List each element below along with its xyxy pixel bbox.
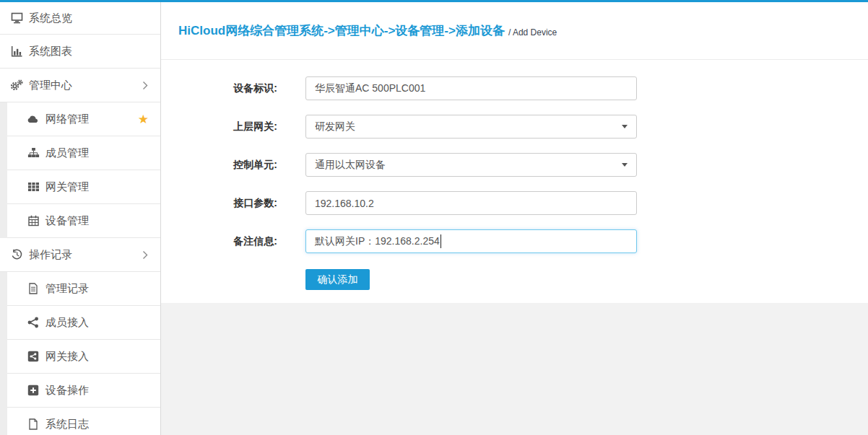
sidebar-item-label: 管理中心: [29, 79, 72, 92]
plus-square-icon: [27, 385, 40, 397]
form-row-control-unit: 控制单元: 通用以太网设备: [161, 153, 868, 177]
chevron-down-icon: [622, 125, 628, 128]
control-unit-field: 通用以太网设备: [305, 153, 637, 177]
sidebar-item-member-management[interactable]: 成员管理: [0, 136, 160, 170]
device-id-input[interactable]: [305, 76, 637, 100]
history-icon: [10, 249, 23, 261]
form-row-remark: 备注信息: 默认网关IP：192.168.2.254: [161, 229, 868, 253]
sidebar-item-system-logs[interactable]: 系统日志: [0, 408, 160, 435]
sidebar: 系统总览 系统图表 管理中心 网络管理 ★: [0, 2, 161, 435]
sidebar-item-label: 成员管理: [45, 146, 89, 160]
grid-icon: [27, 181, 40, 193]
sitemap-icon: [27, 147, 40, 159]
sidebar-item-network-management[interactable]: 网络管理 ★: [0, 102, 160, 136]
breadcrumb: HiCloud网络综合管理系统->管理中心->设备管理->添加设备 / Add …: [161, 2, 868, 60]
sidebar-item-member-access[interactable]: 成员接入: [0, 306, 160, 340]
sidebar-item-label: 设备管理: [45, 214, 89, 228]
device-id-field: [305, 76, 637, 100]
interface-params-field: [305, 191, 637, 215]
sidebar-item-label: 管理记录: [45, 282, 89, 296]
cloud-icon: [27, 113, 40, 126]
chevron-down-icon: [622, 163, 628, 167]
share-square-icon: [27, 351, 40, 363]
sidebar-item-system-overview[interactable]: 系统总览: [0, 2, 160, 35]
sidebar-item-label: 网关接入: [45, 350, 89, 364]
sidebar-item-label: 网络管理: [45, 113, 89, 126]
remark-value: 默认网关IP：192.168.2.254: [315, 235, 440, 248]
file-text-icon: [27, 283, 40, 295]
upper-gateway-field: 研发网关: [305, 115, 637, 139]
breadcrumb-subtitle: / Add Device: [508, 24, 557, 38]
sidebar-item-label: 成员接入: [45, 316, 89, 330]
upper-gateway-label: 上层网关:: [161, 120, 277, 133]
main-content: HiCloud网络综合管理系统->管理中心->设备管理->添加设备 / Add …: [161, 2, 868, 435]
calendar-icon: [27, 215, 40, 227]
form-row-submit: 确认添加: [161, 268, 868, 291]
sidebar-item-gateway-management[interactable]: 网关管理: [0, 170, 160, 204]
sidebar-item-label: 系统日志: [45, 418, 89, 431]
remark-input[interactable]: 默认网关IP：192.168.2.254: [305, 229, 637, 253]
form-row-interface-params: 接口参数:: [161, 191, 868, 215]
gears-icon: [10, 79, 23, 92]
control-unit-label: 控制单元:: [161, 159, 277, 172]
interface-params-label: 接口参数:: [161, 197, 277, 210]
chevron-right-icon: [142, 250, 148, 260]
sidebar-item-gateway-access[interactable]: 网关接入: [0, 340, 160, 374]
app-window: 系统总览 系统图表 管理中心 网络管理 ★: [0, 2, 868, 435]
sidebar-item-operation-records[interactable]: 操作记录: [0, 238, 160, 272]
sidebar-item-device-operations[interactable]: 设备操作: [0, 374, 160, 408]
control-unit-value: 通用以太网设备: [315, 159, 386, 172]
remark-field: 默认网关IP：192.168.2.254: [305, 229, 637, 253]
star-icon[interactable]: ★: [138, 113, 149, 126]
bar-chart-icon: [10, 45, 23, 58]
share-icon: [27, 317, 40, 329]
sidebar-item-label: 系统图表: [29, 45, 72, 58]
add-device-form: 设备标识: 上层网关: 研发网关 控制单元: 通用以太网: [161, 60, 868, 303]
sidebar-item-label: 设备操作: [45, 384, 89, 397]
upper-gateway-value: 研发网关: [315, 120, 355, 133]
sidebar-item-device-management[interactable]: 设备管理: [0, 204, 160, 238]
breadcrumb-title: HiCloud网络综合管理系统->管理中心->设备管理->添加设备: [178, 22, 505, 39]
file-icon: [27, 418, 40, 431]
sidebar-item-system-charts[interactable]: 系统图表: [0, 35, 160, 69]
confirm-add-button[interactable]: 确认添加: [305, 269, 370, 290]
upper-gateway-select[interactable]: 研发网关: [305, 115, 637, 139]
interface-params-input[interactable]: [305, 191, 637, 215]
sidebar-item-management-center[interactable]: 管理中心: [0, 69, 160, 102]
form-row-upper-gateway: 上层网关: 研发网关: [161, 115, 868, 139]
control-unit-select[interactable]: 通用以太网设备: [305, 153, 637, 177]
background-area: [161, 303, 868, 435]
sidebar-item-label: 系统总览: [29, 12, 72, 25]
sidebar-item-label: 网关管理: [45, 180, 89, 194]
sidebar-item-label: 操作记录: [29, 248, 72, 262]
device-id-label: 设备标识:: [161, 82, 277, 95]
form-row-device-id: 设备标识:: [161, 76, 868, 100]
sidebar-item-management-records[interactable]: 管理记录: [0, 272, 160, 306]
remark-label: 备注信息:: [161, 235, 277, 248]
desktop-icon: [10, 12, 23, 25]
chevron-right-icon: [142, 81, 148, 90]
text-caret: [440, 234, 441, 248]
